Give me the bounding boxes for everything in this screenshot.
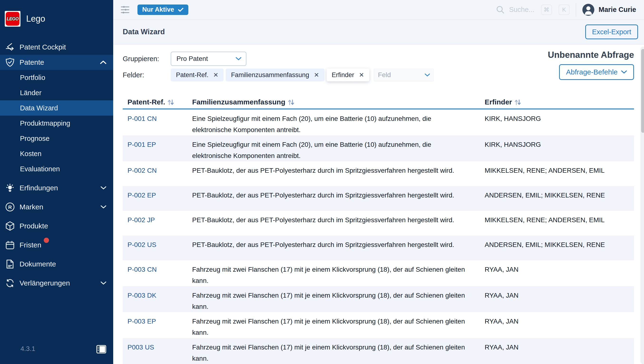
- sidebar-item-label: Fristen: [20, 241, 42, 249]
- sidebar-item-evaluationen[interactable]: Evaluationen: [0, 161, 113, 177]
- patent-ref-link[interactable]: P-002 EP: [123, 190, 192, 211]
- sidebar-item-fristen[interactable]: Fristen: [0, 235, 113, 255]
- table-row: P-002 US PET-Bauklotz, der aus PET-Polye…: [123, 235, 634, 260]
- table-body: P-001 CN Eine Spielzeugfigur mit einem F…: [123, 109, 634, 364]
- sidebar-item-produktmapping[interactable]: Produktmapping: [0, 116, 113, 131]
- field-chips: Patent-Ref. ✕ Familienzusammenfassung ✕ …: [171, 69, 434, 81]
- sidebar: LEGO Lego Patent Cockpit: [0, 0, 113, 364]
- sidebar-item-label: Patent Cockpit: [20, 43, 66, 51]
- sidebar-item-label: Data Wizard: [20, 104, 58, 112]
- family-summary-cell: Eine Spielzeugfigur mit einem Fach (20),…: [192, 113, 483, 135]
- family-summary-cell: Fahrzeug mit zwei Flanschen (17) mit je …: [192, 342, 483, 364]
- excel-export-label: Excel-Export: [592, 28, 631, 36]
- family-summary-cell: PET-Bauklotz, der aus PET-Polyesterharz …: [192, 239, 483, 260]
- table-row: P-003 DK Fahrzeug mit zwei Flanschen (17…: [123, 286, 634, 312]
- lightbulb-icon: [5, 183, 15, 193]
- patent-ref-link[interactable]: P003 US: [123, 342, 192, 364]
- brand-label: Lego: [26, 14, 45, 24]
- x-icon[interactable]: ✕: [359, 71, 364, 79]
- sidebar-item-label: Länder: [20, 89, 42, 97]
- family-summary-cell: PET-Bauklotz, der aus PET-Polyesterharz …: [192, 214, 483, 235]
- table-row: P-002 EP PET-Bauklotz, der aus PET-Polye…: [123, 186, 634, 211]
- page-title: Data Wizard: [123, 28, 165, 36]
- family-summary-cell: Fahrzeug mit zwei Flanschen (17) mit je …: [192, 316, 483, 338]
- patent-ref-link[interactable]: P-003 EP: [123, 316, 192, 338]
- sidebar-lower-group: Erfindungen R Marken: [0, 178, 113, 293]
- sidebar-item-label: Produktmapping: [20, 119, 70, 127]
- sidebar-item-produkte[interactable]: Produkte: [0, 216, 113, 235]
- sort-arrows-icon[interactable]: [288, 99, 294, 106]
- query-commands-button[interactable]: Abfrage-Befehle: [559, 64, 634, 80]
- chevron-down-icon: [100, 281, 106, 285]
- sort-arrows-icon[interactable]: [168, 99, 174, 106]
- patent-ref-link[interactable]: P-002 JP: [123, 214, 192, 235]
- patent-ref-link[interactable]: P-003 DK: [123, 290, 192, 312]
- app-window: LEGO Lego Patent Cockpit: [0, 0, 644, 364]
- lego-logo-text: LEGO: [7, 16, 18, 22]
- sidebar-item-portfolio[interactable]: Portfolio: [0, 70, 113, 85]
- add-field-select[interactable]: Feld: [374, 69, 434, 81]
- topbar-right: Suche... ⌘ K Marie Curie: [496, 3, 636, 17]
- filter-badge-label: Nur Aktive: [142, 6, 174, 13]
- sidebar-item-dokumente[interactable]: Dokumente: [0, 255, 113, 274]
- inventors-cell: MIKKELSEN, RENE; ANDERSEN, EMIL: [483, 214, 634, 235]
- document-icon: [5, 259, 15, 269]
- sliders-filter-icon[interactable]: [120, 5, 130, 15]
- sidebar-item-label: Marken: [20, 203, 43, 211]
- excel-export-button[interactable]: Excel-Export: [585, 25, 638, 39]
- sidebar-item-kosten[interactable]: Kosten: [0, 146, 113, 161]
- avatar[interactable]: [582, 4, 594, 16]
- sidebar-item-verlaengerungen[interactable]: Verlängerungen: [0, 274, 113, 293]
- chip-label: Erfinder: [332, 71, 354, 79]
- chevron-down-icon: [100, 186, 106, 190]
- sidebar-nav: Patent Cockpit Patente Portfolio Länder …: [0, 40, 113, 293]
- patent-ref-link[interactable]: P-001 EP: [123, 139, 192, 161]
- calendar-icon: [5, 240, 15, 250]
- inventors-cell: RYAA, JAN: [483, 342, 634, 364]
- active-filter-badge[interactable]: Nur Aktive: [138, 5, 188, 15]
- sidebar-item-label: Produkte: [20, 222, 48, 230]
- family-summary-cell: Eine Spielzeugfigur mit einem Fach (20),…: [192, 139, 483, 161]
- table-row: P003 US Fahrzeug mit zwei Flanschen (17)…: [123, 338, 634, 364]
- chip-patent-ref[interactable]: Patent-Ref. ✕: [171, 69, 224, 81]
- column-header-patent-ref: Patent-Ref.: [123, 98, 192, 106]
- scrollbar-thumb[interactable]: [641, 49, 644, 133]
- lego-logo: LEGO: [5, 11, 20, 27]
- family-summary-cell: Fahrzeug mit zwei Flanschen (17) mit je …: [192, 290, 483, 312]
- x-icon[interactable]: ✕: [213, 71, 218, 79]
- query-commands-label: Abfrage-Befehle: [566, 68, 618, 76]
- sidebar-item-laender[interactable]: Länder: [0, 85, 113, 100]
- patent-ref-link[interactable]: P-001 CN: [123, 113, 192, 135]
- sidebar-item-prognose[interactable]: Prognose: [0, 131, 113, 146]
- patent-ref-link[interactable]: P-003 CN: [123, 264, 192, 286]
- sidebar-item-patent-cockpit[interactable]: Patent Cockpit: [0, 40, 113, 55]
- content: Gruppieren: Pro Patent Felder: Patent-Re…: [113, 45, 644, 364]
- panel-collapse-icon[interactable]: [96, 344, 106, 354]
- sidebar-item-label: Verlängerungen: [20, 279, 70, 287]
- sidebar-item-erfindungen[interactable]: Erfindungen: [0, 178, 113, 197]
- sidebar-item-patente[interactable]: Patente: [0, 55, 113, 70]
- sync-icon: [5, 278, 15, 288]
- table-header: Patent-Ref. Familienzusammenfassung: [123, 98, 634, 109]
- fields-label: Felder:: [123, 71, 171, 79]
- topbar-divider: [576, 3, 576, 17]
- patent-ref-link[interactable]: P-002 CN: [123, 165, 192, 186]
- group-select[interactable]: Pro Patent: [171, 52, 246, 66]
- global-search[interactable]: Suche... ⌘ K: [496, 5, 570, 15]
- sidebar-item-data-wizard[interactable]: Data Wizard: [0, 100, 113, 116]
- family-summary-cell: PET-Bauklotz, der aus PET-Polyesterharz …: [192, 165, 483, 186]
- results-table: Patent-Ref. Familienzusammenfassung: [123, 98, 634, 364]
- patent-ref-link[interactable]: P-002 US: [123, 239, 192, 260]
- sort-arrows-icon[interactable]: [514, 99, 521, 106]
- column-header-familienzusammenfassung: Familienzusammenfassung: [192, 98, 483, 106]
- inventors-cell: ANDERSEN, EMIL; MIKKELSEN, RENE: [483, 190, 634, 211]
- user-name[interactable]: Marie Curie: [598, 6, 636, 14]
- inventors-cell: RYAA, JAN: [483, 264, 634, 286]
- chip-erfinder[interactable]: Erfinder ✕: [326, 69, 369, 81]
- chevron-down-icon: [236, 57, 242, 61]
- brand: LEGO Lego: [0, 0, 113, 27]
- chip-familienzusammenfassung[interactable]: Familienzusammenfassung ✕: [226, 69, 324, 81]
- x-icon[interactable]: ✕: [314, 71, 319, 79]
- sidebar-item-marken[interactable]: R Marken: [0, 197, 113, 216]
- chevron-up-icon: [100, 60, 106, 65]
